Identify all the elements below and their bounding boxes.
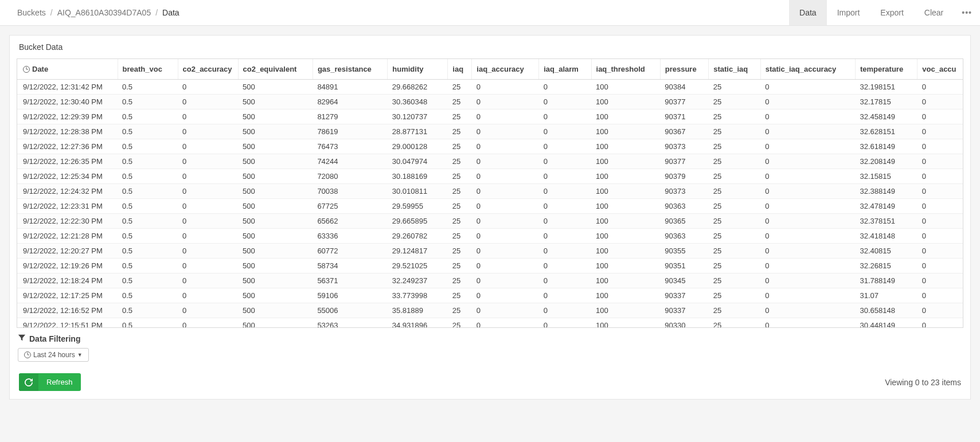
table-cell: 25 xyxy=(709,154,760,169)
filter-title: Data Filtering xyxy=(18,334,962,343)
table-cell: 72080 xyxy=(313,169,387,184)
table-cell: 500 xyxy=(238,214,313,229)
caret-down-icon: ▼ xyxy=(77,352,83,358)
table-cell: 0 xyxy=(472,95,539,109)
table-row[interactable]: 9/12/2022, 12:18:24 PM0.505005637132.249… xyxy=(17,273,963,288)
table-cell: 0.5 xyxy=(118,259,178,273)
clock-icon xyxy=(23,66,30,73)
table-cell: 90384 xyxy=(660,80,709,95)
table-cell: 29.124817 xyxy=(388,244,448,259)
table-cell: 90337 xyxy=(660,288,709,303)
table-cell: 0 xyxy=(760,273,855,288)
breadcrumb-current: Data xyxy=(162,8,179,17)
column-header[interactable]: voc_accu xyxy=(917,59,963,80)
table-cell: 0 xyxy=(539,303,591,318)
table-row[interactable]: 9/12/2022, 12:28:38 PM0.505007861928.877… xyxy=(17,124,963,139)
table-row[interactable]: 9/12/2022, 12:26:35 PM0.505007424430.047… xyxy=(17,154,963,169)
column-header[interactable]: breath_voc xyxy=(118,59,178,80)
column-header[interactable]: co2_accuracy xyxy=(178,59,238,80)
table-row[interactable]: 9/12/2022, 12:19:26 PM0.505005873429.521… xyxy=(17,259,963,273)
table-cell: 0 xyxy=(917,124,963,139)
table-row[interactable]: 9/12/2022, 12:23:31 PM0.505006772529.599… xyxy=(17,199,963,214)
column-header[interactable]: iaq xyxy=(448,59,472,80)
tab-data[interactable]: Data xyxy=(789,0,827,25)
table-cell: 25 xyxy=(709,139,760,154)
table-cell: 25 xyxy=(709,80,760,95)
table-row[interactable]: 9/12/2022, 12:30:40 PM0.505008296430.360… xyxy=(17,95,963,109)
time-range-selector[interactable]: Last 24 hours ▼ xyxy=(18,348,89,362)
table-cell: 0.5 xyxy=(118,184,178,199)
table-row[interactable]: 9/12/2022, 12:29:39 PM0.505008127930.120… xyxy=(17,109,963,124)
table-cell: 0 xyxy=(917,318,963,328)
data-table-wrap[interactable]: Datebreath_vocco2_accuracyco2_equivalent… xyxy=(17,58,963,328)
table-cell: 0 xyxy=(760,109,855,124)
table-cell: 90351 xyxy=(660,259,709,273)
breadcrumb-root[interactable]: Buckets xyxy=(17,8,46,17)
table-row[interactable]: 9/12/2022, 12:25:34 PM0.505007208030.188… xyxy=(17,169,963,184)
table-cell: 500 xyxy=(238,273,313,288)
table-cell: 9/12/2022, 12:20:27 PM xyxy=(17,244,118,259)
table-row[interactable]: 9/12/2022, 12:16:52 PM0.505005500635.818… xyxy=(17,303,963,318)
column-header[interactable]: static_iaq xyxy=(709,59,760,80)
table-cell: 90377 xyxy=(660,95,709,109)
table-cell: 0 xyxy=(539,214,591,229)
table-cell: 25 xyxy=(448,199,472,214)
table-cell: 100 xyxy=(591,214,660,229)
table-cell: 0 xyxy=(760,214,855,229)
table-cell: 90330 xyxy=(660,318,709,328)
tab-export[interactable]: Export xyxy=(870,0,913,25)
table-cell: 9/12/2022, 12:17:25 PM xyxy=(17,288,118,303)
table-cell: 100 xyxy=(591,154,660,169)
table-cell: 0 xyxy=(760,199,855,214)
table-row[interactable]: 9/12/2022, 12:15:51 PM0.505005326334.931… xyxy=(17,318,963,328)
table-cell: 32.458149 xyxy=(855,109,917,124)
table-cell: 76473 xyxy=(313,139,387,154)
tab-more[interactable]: ••• xyxy=(954,0,980,25)
table-cell: 500 xyxy=(238,169,313,184)
column-header[interactable]: iaq_alarm xyxy=(539,59,591,80)
table-cell: 29.521025 xyxy=(388,259,448,273)
table-cell: 9/12/2022, 12:31:42 PM xyxy=(17,80,118,95)
table-cell: 32.15815 xyxy=(855,169,917,184)
tab-import[interactable]: Import xyxy=(827,0,870,25)
tab-clear[interactable]: Clear xyxy=(914,0,954,25)
column-header[interactable]: gas_resistance xyxy=(313,59,387,80)
time-range-label: Last 24 hours xyxy=(33,351,75,359)
table-cell: 25 xyxy=(448,184,472,199)
column-header[interactable]: humidity xyxy=(388,59,448,80)
breadcrumb-bucket[interactable]: AIQ_A8610A30394D7A05 xyxy=(57,8,151,17)
column-header[interactable]: temperature xyxy=(855,59,917,80)
table-cell: 30.360348 xyxy=(388,95,448,109)
table-row[interactable]: 9/12/2022, 12:21:28 PM0.505006333629.260… xyxy=(17,229,963,244)
table-cell: 0 xyxy=(917,139,963,154)
column-header[interactable]: Date xyxy=(17,59,118,80)
table-cell: 9/12/2022, 12:29:39 PM xyxy=(17,109,118,124)
table-row[interactable]: 9/12/2022, 12:17:25 PM0.505005910633.773… xyxy=(17,288,963,303)
table-cell: 25 xyxy=(709,244,760,259)
column-header[interactable]: co2_equivalent xyxy=(238,59,313,80)
column-header[interactable]: pressure xyxy=(660,59,709,80)
table-cell: 25 xyxy=(448,259,472,273)
table-row[interactable]: 9/12/2022, 12:24:32 PM0.505007003830.010… xyxy=(17,184,963,199)
table-row[interactable]: 9/12/2022, 12:22:30 PM0.505006566229.665… xyxy=(17,214,963,229)
filter-icon xyxy=(18,334,29,343)
breadcrumb-sep: / xyxy=(50,8,53,17)
table-row[interactable]: 9/12/2022, 12:20:27 PM0.505006077229.124… xyxy=(17,244,963,259)
clock-icon xyxy=(24,351,31,358)
table-row[interactable]: 9/12/2022, 12:31:42 PM0.505008489129.668… xyxy=(17,80,963,95)
table-cell: 30.188169 xyxy=(388,169,448,184)
column-header[interactable]: iaq_accuracy xyxy=(472,59,539,80)
table-cell: 0 xyxy=(178,288,238,303)
table-cell: 0 xyxy=(917,95,963,109)
table-cell: 500 xyxy=(238,124,313,139)
table-cell: 0 xyxy=(178,259,238,273)
table-cell: 0 xyxy=(178,169,238,184)
table-cell: 0 xyxy=(178,273,238,288)
column-header[interactable]: iaq_threshold xyxy=(591,59,660,80)
table-row[interactable]: 9/12/2022, 12:27:36 PM0.505007647329.000… xyxy=(17,139,963,154)
column-header[interactable]: static_iaq_accuracy xyxy=(760,59,855,80)
refresh-button[interactable]: Refresh xyxy=(19,373,81,391)
table-cell: 0 xyxy=(472,124,539,139)
table-cell: 0 xyxy=(539,184,591,199)
refresh-icon xyxy=(19,374,38,391)
